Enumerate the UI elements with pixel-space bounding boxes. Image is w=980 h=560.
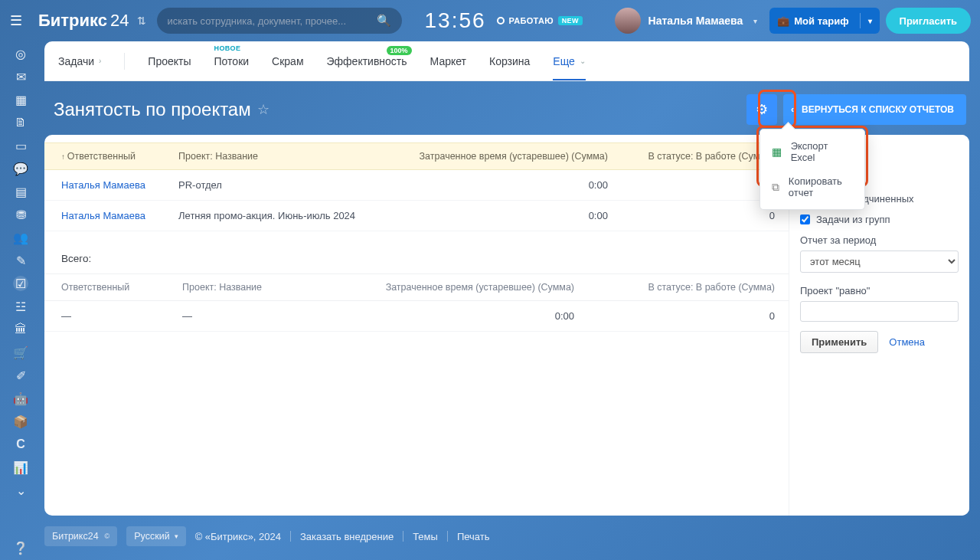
sidebar-help-icon[interactable]: ❔ <box>13 540 28 555</box>
logo-text-b: 24 <box>110 11 129 31</box>
responsible-link[interactable]: Наталья Мамаева <box>61 179 145 191</box>
cell-time: 0:00 <box>387 170 622 201</box>
excel-icon: ▦ <box>771 146 783 158</box>
filter-buttons: Применить Отмена <box>800 331 959 353</box>
tab-trash[interactable]: Корзина <box>489 55 530 67</box>
chevron-down-icon: ⌄ <box>580 57 586 65</box>
checkbox-group-tasks[interactable]: Задачи из групп <box>800 214 959 225</box>
star-icon[interactable]: ☆ <box>257 101 270 118</box>
username[interactable]: Наталья Мамаева <box>648 15 743 27</box>
footer-separator <box>447 531 448 542</box>
tab-flows[interactable]: ПотокиНОВОЕ <box>214 55 250 67</box>
sidebar-calendar-icon[interactable]: ▦ <box>13 92 28 107</box>
copy-report-item[interactable]: ⧉ Копировать отчет <box>760 169 864 205</box>
sidebar-stats-icon[interactable]: 📊 <box>13 460 28 475</box>
invite-button[interactable]: Пригласить <box>886 8 971 34</box>
percent-badge: 100% <box>387 46 412 55</box>
sidebar-card-icon[interactable]: ▤ <box>13 184 28 199</box>
avatar[interactable] <box>615 8 641 34</box>
cell-time: 0:00 <box>305 301 588 332</box>
col-responsible[interactable]: Ответственный <box>44 143 168 170</box>
chevron-down-icon[interactable]: ▾ <box>753 17 757 25</box>
sidebar-apps-icon[interactable]: ◎ <box>13 46 28 61</box>
tariff-button[interactable]: 💼 Мой тариф ▾ <box>769 8 879 34</box>
col-project[interactable]: Проект: Название <box>172 274 305 301</box>
sidebar-chat-icon[interactable]: 💬 <box>13 161 28 176</box>
back-to-reports-button[interactable]: ‹ ВЕРНУТЬСЯ К СПИСКУ ОТЧЕТОВ <box>783 94 966 125</box>
clock[interactable]: 13:56 <box>425 8 486 33</box>
sidebar-tasks-icon[interactable]: ☑ <box>13 276 28 291</box>
sidebar-filter-icon[interactable]: ☳ <box>13 299 28 314</box>
top-header: ☰ Битрикс 24 ⇅ 🔍 13:56 РАБОТАЮ NEW Натал… <box>0 0 980 41</box>
sidebar-contact-icon[interactable]: ▭ <box>13 138 28 153</box>
sidebar: ◎ ✉ ▦ 🗎 ▭ 💬 ▤ ⛃ 👥 ✎ ☑ ☳ 🏛 🛒 ✐ 🤖 📦 C 📊 ⌄ … <box>0 41 41 560</box>
period-label: Отчет за период <box>800 234 959 246</box>
settings-dropdown: ▦ Экспорт Excel ⧉ Копировать отчет <box>760 129 865 210</box>
tabs-bar: Задачи› Проекты ПотокиНОВОЕ Скрам Эффект… <box>44 41 969 81</box>
tab-efficiency[interactable]: Эффективность100% <box>327 55 407 67</box>
total-table: Ответственный Проект: Название Затраченн… <box>44 273 789 332</box>
sidebar-c-icon[interactable]: C <box>13 437 28 452</box>
logo-text-a: Битрикс <box>38 11 107 31</box>
report-table: Ответственный Проект: Название Затраченн… <box>44 142 789 231</box>
cancel-link[interactable]: Отмена <box>889 336 925 348</box>
footer-print-link[interactable]: Печать <box>457 531 490 542</box>
col-time[interactable]: Затраченное время (устаревшее) (Сумма) <box>387 143 622 170</box>
chevron-down-icon[interactable]: ▾ <box>868 17 872 25</box>
work-status[interactable]: РАБОТАЮ NEW <box>497 16 583 25</box>
tab-scrum[interactable]: Скрам <box>272 55 303 67</box>
responsible-link[interactable]: Наталья Мамаева <box>61 210 145 221</box>
footer-themes-link[interactable]: Темы <box>413 531 438 542</box>
search-box[interactable]: 🔍 <box>157 8 402 34</box>
footer-impl-link[interactable]: Заказать внедрение <box>300 531 394 542</box>
tab-separator <box>124 53 125 70</box>
sidebar-more-icon[interactable]: ⌄ <box>13 483 28 498</box>
sidebar-sign-icon[interactable]: ✎ <box>13 253 28 268</box>
sidebar-mail-icon[interactable]: ✉ <box>13 69 28 84</box>
cell-status: 0 <box>588 301 789 332</box>
cell-project: — <box>172 301 305 332</box>
sidebar-drive-icon[interactable]: ⛃ <box>13 207 28 222</box>
menu-toggle-icon[interactable]: ☰ <box>0 12 32 29</box>
period-select[interactable]: этот месяц <box>800 251 959 273</box>
new-badge: NEW <box>558 16 583 25</box>
copyright-text: © «Битрикс», 2024 <box>195 531 281 542</box>
checkbox-label: Задачи из групп <box>816 214 890 225</box>
cell-responsible: Наталья Мамаева <box>44 170 168 201</box>
copy-icon: ⧉ <box>771 181 781 193</box>
chevron-right-icon: › <box>99 57 101 65</box>
sidebar-docs-icon[interactable]: 🗎 <box>13 115 28 130</box>
sidebar-people-icon[interactable]: 👥 <box>13 230 28 245</box>
tab-projects[interactable]: Проекты <box>148 55 191 67</box>
tab-market[interactable]: Маркет <box>430 55 466 67</box>
sidebar-company-icon[interactable]: 🏛 <box>13 322 28 337</box>
tab-more[interactable]: Еще ⌄ <box>553 55 586 67</box>
sidebar-edit-icon[interactable]: ✐ <box>13 368 28 383</box>
search-icon[interactable]: 🔍 <box>377 14 391 28</box>
highlight-box <box>758 90 796 128</box>
tab-tasks[interactable]: Задачи› <box>58 55 101 67</box>
col-time[interactable]: Затраченное время (устаревшее) (Сумма) <box>305 274 588 301</box>
export-excel-label: Экспорт Excel <box>791 140 854 163</box>
export-excel-item[interactable]: ▦ Экспорт Excel <box>760 134 864 169</box>
language-chip[interactable]: Русский ▾ <box>126 526 185 546</box>
sidebar-android-icon[interactable]: 🤖 <box>13 391 28 406</box>
col-responsible[interactable]: Ответственный <box>44 274 172 301</box>
sidebar-box-icon[interactable]: 📦 <box>13 414 28 429</box>
apply-button[interactable]: Применить <box>800 331 878 353</box>
report-body: Ответственный Проект: Название Затраченн… <box>44 135 789 516</box>
col-status[interactable]: В статусе: В работе (Сумма) <box>588 274 789 301</box>
logo[interactable]: Битрикс 24 ⇅ <box>32 11 157 31</box>
sidebar-cart-icon[interactable]: 🛒 <box>13 345 28 360</box>
copyright-icon: © <box>105 532 110 540</box>
footer-brand-chip[interactable]: Битрикс24© <box>44 526 117 546</box>
project-filter-input[interactable] <box>800 301 959 322</box>
search-input[interactable] <box>168 15 377 27</box>
table-row: Наталья МамаеваЛетняя промо-акция. Июнь-… <box>44 201 789 231</box>
swap-icon[interactable]: ⇅ <box>137 15 146 27</box>
table-header-row: Ответственный Проект: Название Затраченн… <box>44 143 789 170</box>
cell-responsible: Наталья Мамаева <box>44 201 168 231</box>
col-project[interactable]: Проект: Название <box>168 143 387 170</box>
checkbox-input[interactable] <box>800 215 810 224</box>
title-row: Занятость по проектам ☆ ⚙ ‹ ВЕРНУТЬСЯ К … <box>44 89 969 130</box>
